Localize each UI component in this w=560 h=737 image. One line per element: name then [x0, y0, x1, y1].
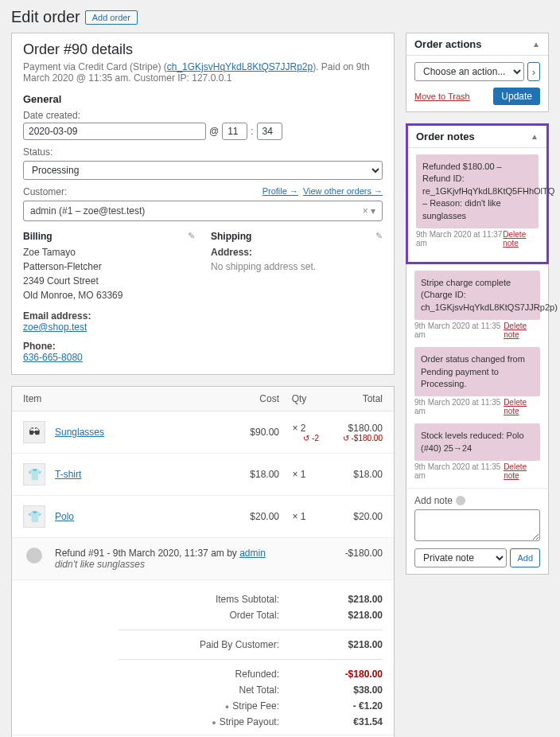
- billing-name: Zoe Tamayo: [23, 245, 195, 259]
- order-note: Stripe charge complete (Charge ID: ch_1G…: [414, 271, 540, 320]
- edit-shipping-icon[interactable]: ✎: [375, 231, 383, 241]
- add-note-label: Add note: [414, 495, 453, 506]
- col-item: Item: [23, 393, 224, 404]
- hour-input[interactable]: [222, 123, 247, 140]
- billing-phone-link[interactable]: 636-665-8080: [23, 352, 83, 363]
- add-note-button[interactable]: Add: [510, 548, 540, 567]
- line-item: 👕 T-shirt $18.00 × 1 $18.00: [12, 454, 394, 496]
- order-title: Order #90 details: [23, 41, 383, 58]
- refund-row: Refund #91 - 9th March 2020, 11:37 am by…: [12, 538, 394, 580]
- toggle-icon[interactable]: ▲: [531, 132, 539, 141]
- help-icon[interactable]: [456, 496, 465, 505]
- status-select[interactable]: Processing: [23, 161, 383, 180]
- item-thumb-icon: 🕶: [23, 421, 45, 443]
- delete-note-link[interactable]: Delete note: [504, 462, 540, 480]
- order-note: Refunded $180.00 – Refund ID: re_1GKjvfH…: [416, 154, 539, 228]
- toggle-icon[interactable]: ▲: [532, 40, 540, 49]
- general-heading: General: [23, 93, 383, 105]
- order-actions-heading: Order actions: [414, 38, 482, 50]
- stripe-charge-link[interactable]: ch_1GKjsvHqYkdL8KtQS7JJRp2p: [167, 61, 313, 72]
- col-qty: Qty: [279, 393, 319, 404]
- col-total: Total: [319, 393, 383, 404]
- date-created-label: Date created:: [23, 110, 383, 121]
- billing-heading: Billing: [23, 231, 195, 242]
- date-input[interactable]: [23, 123, 206, 140]
- item-link[interactable]: T-shirt: [55, 469, 81, 480]
- refund-by-link[interactable]: admin: [239, 548, 266, 559]
- delete-note-link[interactable]: Delete note: [503, 230, 539, 248]
- delete-note-link[interactable]: Delete note: [504, 322, 540, 339]
- billing-email-link[interactable]: zoe@shop.test: [23, 322, 87, 333]
- view-orders-link[interactable]: View other orders →: [303, 186, 383, 199]
- col-cost: Cost: [224, 393, 279, 404]
- refund-icon: [26, 548, 42, 563]
- payment-info: Payment via Credit Card (Stripe) (ch_1GK…: [23, 61, 383, 84]
- apply-action-button[interactable]: ›: [527, 62, 540, 81]
- edit-billing-icon[interactable]: ✎: [188, 231, 195, 241]
- item-thumb-icon: 👕: [23, 505, 45, 528]
- move-to-trash-link[interactable]: Move to Trash: [414, 92, 470, 101]
- order-note: Stock levels reduced: Polo (#40) 25→24: [414, 423, 540, 461]
- order-notes-heading: Order notes: [416, 131, 475, 142]
- update-button[interactable]: Update: [493, 88, 540, 105]
- line-item: 👕 Polo $20.00 × 1 $20.00: [12, 496, 394, 538]
- line-item: 🕶 Sunglasses $90.00 × 2 ↺ -2 $180.00 ↺ -…: [12, 411, 394, 454]
- delete-note-link[interactable]: Delete note: [504, 398, 540, 415]
- action-select[interactable]: Choose an action...: [414, 62, 524, 81]
- page-title: Edit order: [11, 8, 80, 26]
- customer-label: Customer:: [23, 186, 258, 197]
- customer-select[interactable]: admin (#1 – zoe@test.test) × ▾: [23, 201, 383, 221]
- add-order-button[interactable]: Add order: [85, 10, 138, 25]
- item-link[interactable]: Sunglasses: [55, 427, 104, 438]
- shipping-heading: Shipping: [211, 231, 383, 242]
- item-link[interactable]: Polo: [55, 511, 74, 522]
- order-note: Order status changed from Pending paymen…: [414, 347, 540, 396]
- add-note-textarea[interactable]: [414, 509, 540, 541]
- minute-input[interactable]: [257, 123, 282, 140]
- note-type-select[interactable]: Private note: [414, 548, 507, 567]
- profile-link[interactable]: Profile →: [262, 186, 298, 199]
- status-label: Status:: [23, 146, 383, 158]
- item-thumb-icon: 👕: [23, 463, 45, 485]
